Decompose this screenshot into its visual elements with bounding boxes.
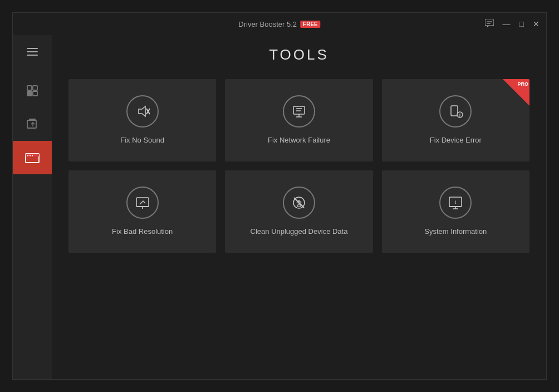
svg-rect-3 (27, 86, 32, 90)
svg-rect-11 (27, 155, 28, 156)
tools-grid: Fix No Sound Fix Network Failure (68, 79, 529, 253)
svg-rect-6 (33, 91, 37, 96)
fix-device-error-icon: ! (439, 95, 472, 128)
content-area: TOOLS Fix No Sound (52, 35, 546, 379)
svg-rect-31 (297, 205, 301, 207)
free-badge: FREE (300, 21, 321, 28)
svg-rect-5 (27, 91, 32, 96)
tool-fix-device-error[interactable]: PRO ! Fix Device Error (382, 79, 529, 161)
menu-button[interactable] (21, 41, 43, 63)
main-layout: TOOLS Fix No Sound (13, 35, 546, 379)
titlebar-right: — □ ✕ (485, 19, 540, 28)
svg-marker-14 (139, 106, 145, 116)
clean-unplugged-device-data-icon (283, 187, 315, 219)
svg-rect-12 (30, 155, 31, 156)
titlebar-center: Driver Booster 5.2 FREE (238, 20, 320, 28)
svg-rect-22 (451, 106, 458, 116)
fix-network-failure-icon (283, 95, 315, 128)
sidebar (13, 35, 52, 379)
app-window: Driver Booster 5.2 FREE — □ ✕ (12, 12, 547, 380)
tool-clean-unplugged-device-data[interactable]: Clean Unplugged Device Data (225, 170, 372, 253)
fix-network-failure-label: Fix Network Failure (268, 135, 330, 145)
maximize-button[interactable]: □ (519, 20, 524, 28)
sidebar-item-restore[interactable] (13, 107, 52, 141)
tool-system-information[interactable]: i System Information (382, 170, 529, 253)
svg-text:!: ! (459, 112, 461, 118)
pro-badge-text: PRO (517, 81, 528, 87)
sidebar-item-settings[interactable] (13, 74, 52, 107)
clean-unplugged-device-data-label: Clean Unplugged Device Data (251, 227, 348, 237)
system-information-icon: i (439, 187, 472, 219)
svg-rect-13 (32, 155, 33, 156)
fix-bad-resolution-icon (126, 187, 159, 219)
svg-rect-0 (485, 19, 494, 26)
page-title: TOOLS (68, 46, 529, 63)
app-name: Driver Booster 5.2 (238, 20, 297, 28)
svg-rect-4 (33, 86, 37, 90)
svg-text:i: i (455, 198, 457, 205)
titlebar: Driver Booster 5.2 FREE — □ ✕ (13, 13, 546, 35)
fix-bad-resolution-label: Fix Bad Resolution (112, 227, 173, 237)
tool-fix-no-sound[interactable]: Fix No Sound (68, 79, 216, 161)
minimize-button[interactable]: — (503, 20, 511, 28)
fix-no-sound-label: Fix No Sound (120, 135, 164, 145)
svg-rect-17 (293, 106, 305, 114)
tool-fix-bad-resolution[interactable]: Fix Bad Resolution (68, 170, 216, 253)
fix-device-error-label: Fix Device Error (430, 135, 482, 145)
feedback-button[interactable] (485, 19, 494, 28)
sidebar-item-tools[interactable] (13, 141, 52, 174)
fix-no-sound-icon (126, 95, 159, 128)
tool-fix-network-failure[interactable]: Fix Network Failure (225, 79, 372, 161)
close-button[interactable]: ✕ (533, 20, 540, 28)
system-information-label: System Information (424, 227, 487, 237)
